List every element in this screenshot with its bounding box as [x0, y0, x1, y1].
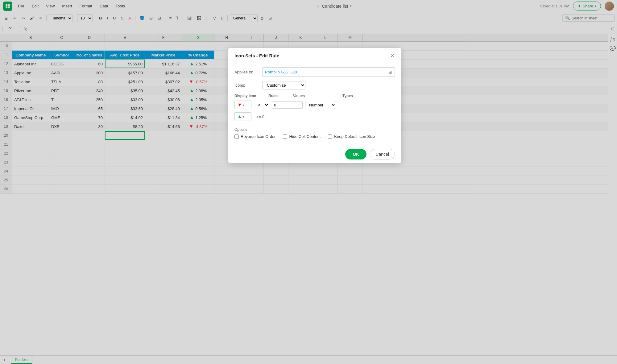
rule1-operator-select[interactable]: < [254, 101, 269, 109]
applies-to-label: Applies to: [234, 70, 259, 74]
modal-footer: OK Cancel [228, 145, 401, 163]
options-row: Reverse Icon Order Hide Cell Content Kee… [234, 134, 395, 139]
icons-select[interactable]: Customize [262, 81, 305, 89]
rule1-value-input[interactable] [274, 103, 292, 107]
rule1-arrow-down-icon: ▼ [237, 102, 242, 108]
icons-row: Icons: Customize [234, 81, 395, 89]
options-separator [234, 124, 395, 124]
col-types-label: Types [342, 94, 392, 98]
col-rules-label: Rules [268, 94, 293, 98]
keep-default-icon-size-checkbox[interactable] [328, 134, 332, 139]
keep-default-icon-size-label: Keep Default Icon Size [334, 134, 375, 139]
cancel-button[interactable]: Cancel [370, 149, 395, 159]
reverse-icon-order-option[interactable]: Reverse Icon Order [234, 134, 275, 139]
modal-header: Icon Sets - Edit Rule ✕ [228, 48, 401, 62]
rule2-chevron-icon: ▾ [243, 115, 244, 118]
applies-to-input[interactable] [265, 68, 388, 76]
col-display-label: Display Icon [234, 94, 268, 98]
rule-row-1: ▼ ▾ < ⊞ Number [234, 101, 395, 109]
hide-cell-content-checkbox[interactable] [283, 134, 287, 139]
rule-row-2: ▲ ▾ >= 0 [234, 112, 395, 121]
hide-cell-content-label: Hide Cell Content [289, 134, 321, 139]
keep-default-icon-size-option[interactable]: Keep Default Icon Size [328, 134, 375, 139]
options-label: Options [234, 127, 395, 132]
rule2-arrow-up-icon: ▲ [237, 114, 242, 119]
grid-select-icon[interactable]: ⊞ [388, 70, 392, 75]
rule2-gte-label: >= 0 [254, 113, 267, 120]
rule1-type-select[interactable]: Number [305, 101, 336, 109]
hide-cell-content-option[interactable]: Hide Cell Content [283, 134, 321, 139]
modal-body: Applies to: ⊞ Icons: Customize Display I… [228, 62, 401, 144]
icon-sets-edit-rule-dialog: Icon Sets - Edit Rule ✕ Applies to: ⊞ Ic… [228, 48, 401, 163]
rules-header-row: Display Icon Rules Values Types [234, 94, 395, 98]
reverse-icon-order-label: Reverse Icon Order [241, 134, 275, 139]
applies-to-input-container: ⊞ [262, 67, 395, 77]
rule2-icon-button[interactable]: ▲ ▾ [234, 112, 251, 121]
rules-section: Display Icon Rules Values Types ▼ ▾ < [234, 94, 395, 121]
icons-label: Icons: [234, 83, 259, 88]
rule1-grid-icon[interactable]: ⊞ [297, 103, 300, 107]
ok-button[interactable]: OK [345, 149, 366, 159]
reverse-icon-order-checkbox[interactable] [234, 134, 239, 139]
modal-close-button[interactable]: ✕ [390, 52, 395, 59]
rule1-icon-button[interactable]: ▼ ▾ [234, 101, 251, 109]
rule1-value-container: ⊞ [272, 101, 303, 109]
applies-to-row: Applies to: ⊞ [234, 67, 395, 77]
modal-title: Icon Sets - Edit Rule [234, 53, 279, 58]
rule1-chevron-icon: ▾ [243, 103, 244, 107]
modal-overlay: Icon Sets - Edit Rule ✕ Applies to: ⊞ Ic… [0, 0, 617, 364]
col-values-label: Values [293, 94, 342, 98]
